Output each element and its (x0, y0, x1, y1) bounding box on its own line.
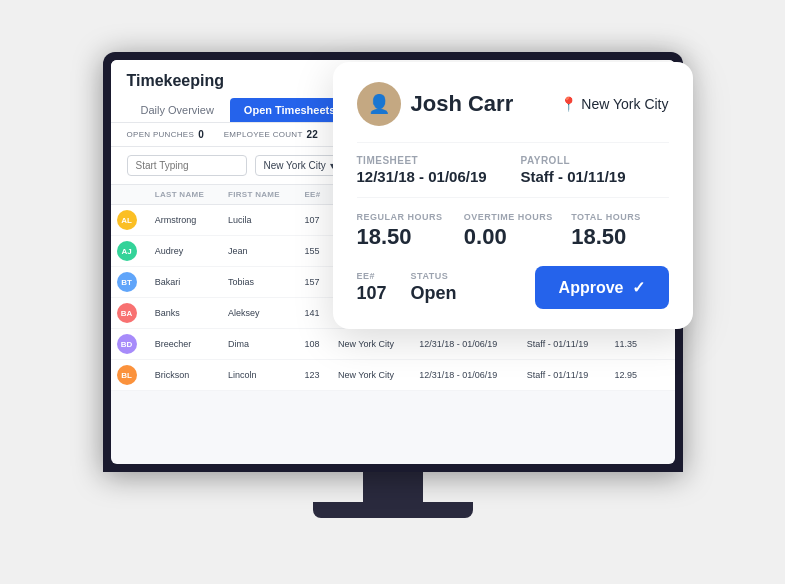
avatar: 👤 (357, 82, 401, 126)
ee-group: EE# 107 STATUS Open (357, 271, 457, 304)
table-row[interactable]: BD Breecher Dima 108 New York City 12/31… (111, 329, 675, 360)
total-hours-group: TOTAL HOURS 18.50 (571, 212, 668, 250)
monitor-stand-base (313, 502, 473, 518)
search-input[interactable] (127, 155, 247, 176)
card-user: 👤 Josh Carr (357, 82, 514, 126)
stat-open-punches: OPEN PUNCHES 0 (127, 129, 204, 140)
overtime-hours-group: OVERTIME HOURS 0.00 (464, 212, 561, 250)
status-field: STATUS Open (411, 271, 457, 304)
location-filter[interactable]: New York City ▾ (255, 155, 344, 176)
detail-card: 👤 Josh Carr 📍 New York City TIMESHEET 12… (333, 62, 693, 329)
card-user-name: Josh Carr (411, 91, 514, 117)
table-row[interactable]: BL Brickson Lincoln 123 New York City 12… (111, 360, 675, 391)
card-header: 👤 Josh Carr 📍 New York City (357, 82, 669, 126)
monitor-stand-neck (363, 472, 423, 502)
stat-employee-count: EMPLOYEE COUNT 22 (224, 129, 318, 140)
regular-hours-group: REGULAR HOURS 18.50 (357, 212, 454, 250)
location-pin-icon: 📍 (560, 96, 577, 112)
ee-number-field: EE# 107 (357, 271, 387, 304)
tab-open-timesheets[interactable]: Open Timesheets (230, 98, 350, 122)
card-footer: EE# 107 STATUS Open Approve ✓ (357, 266, 669, 309)
card-hours: REGULAR HOURS 18.50 OVERTIME HOURS 0.00 … (357, 212, 669, 250)
timesheet-date-group: TIMESHEET 12/31/18 - 01/06/19 (357, 155, 505, 185)
approve-button[interactable]: Approve ✓ (535, 266, 669, 309)
tab-daily-overview[interactable]: Daily Overview (127, 98, 228, 122)
checkmark-icon: ✓ (632, 278, 645, 297)
payroll-date-group: PAYROLL Staff - 01/11/19 (521, 155, 669, 185)
card-dates: TIMESHEET 12/31/18 - 01/06/19 PAYROLL St… (357, 142, 669, 198)
card-location: 📍 New York City (560, 96, 668, 112)
